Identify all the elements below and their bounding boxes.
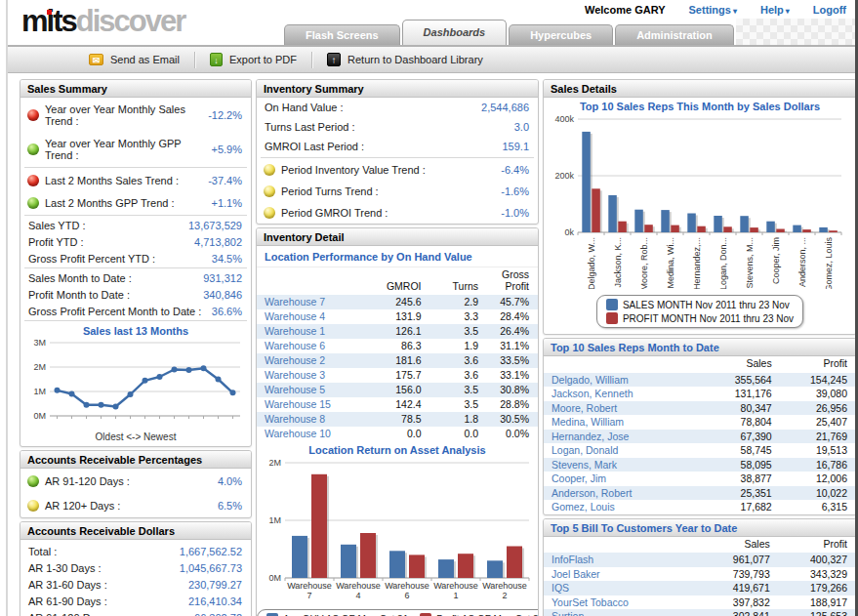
legend-label: SALES MONTH Nov 2011 thru 23 Nov: [623, 300, 790, 310]
top-customers-panel: Top 5 Bill To Customers Year to Date Sal…: [543, 518, 857, 616]
cell-value: 17,682: [705, 500, 780, 514]
trend-value: 4.0%: [218, 475, 242, 487]
cell-value: 28.8%: [487, 397, 538, 412]
trend-label: Last 2 Months GPP Trend :: [45, 197, 212, 209]
roa-legend-wrap: Avg OHV AS OF Mon Oct 31Profit AS OF Mon…: [257, 607, 538, 616]
legend-swatch-icon: [606, 312, 618, 324]
row-link[interactable]: Stevens, Mark: [544, 458, 705, 472]
row-link[interactable]: YourSet Tobacco: [544, 595, 702, 610]
tab-administration[interactable]: Administration: [615, 24, 734, 45]
row-link[interactable]: Anderson, Robert: [544, 486, 705, 501]
stat-label: AR 1-30 Days :: [28, 562, 102, 574]
location-performance-title: Location Performance by On Hand Value: [257, 246, 538, 267]
table-row: Cooper, Jim38,87712,006: [544, 472, 856, 486]
cell-value: 26.4%: [487, 324, 538, 339]
table-row: Gomez, Louis17,6826,315: [544, 500, 856, 514]
row-link[interactable]: Warehouse 15: [257, 397, 358, 412]
svg-text:400k: 400k: [554, 114, 574, 124]
svg-text:0M: 0M: [33, 411, 46, 421]
row-link[interactable]: Warehouse 4: [257, 309, 358, 324]
return-to-dashboard-library-button[interactable]: ↑ Return to Dashboard Library: [312, 47, 498, 72]
svg-text:2: 2: [502, 591, 507, 600]
cell-value: 355,564: [705, 373, 780, 388]
row-link[interactable]: Warehouse 3: [257, 368, 358, 383]
table-row: Medina, William78,80425,407: [544, 415, 856, 430]
row-link[interactable]: InfoFlash: [544, 553, 702, 567]
tab-hypercubes[interactable]: Hypercubes: [509, 24, 613, 45]
row-link[interactable]: Delgado, William: [544, 373, 705, 388]
row-link[interactable]: Warehouse 2: [257, 353, 358, 368]
reps-legend-wrap: SALES MONTH Nov 2011 thru 23 NovPROFIT M…: [544, 293, 856, 334]
trend-row: Period Turns Trend :-1.6%: [257, 181, 538, 202]
cell-value: 961,077: [702, 553, 779, 567]
help-menu[interactable]: Help▾: [760, 4, 790, 16]
location-performance-table: GMROITurnsGross ProfitWarehouse 7245.62.…: [257, 267, 538, 441]
dashboard-content: Sales Summary Year over Year Monthly Sal…: [8, 73, 858, 616]
row-link[interactable]: Warehouse 10: [257, 427, 358, 441]
logoff-link[interactable]: Logoff: [813, 4, 846, 16]
stat-label: Gross Profit Percent YTD :: [28, 253, 155, 265]
row-link[interactable]: Cooper, Jim: [544, 472, 705, 486]
svg-text:200k: 200k: [554, 171, 574, 181]
row-link[interactable]: Hernandez, Jose: [544, 430, 705, 444]
top-customers-title: Top 5 Bill To Customers Year to Date: [544, 519, 856, 537]
cell-value: 3.5: [430, 324, 487, 339]
stat-label: Total :: [28, 546, 57, 557]
cell-value: 419,671: [702, 581, 779, 595]
trend-row: Year over Year Monthly GPP Trend :+5.9%: [20, 132, 251, 166]
row-link[interactable]: Warehouse 6: [257, 339, 358, 353]
cell-value: 131.9: [358, 309, 430, 324]
tab-dashboards[interactable]: Dashboards: [402, 20, 508, 45]
table-row: Logan, Donald58,74519,513: [544, 443, 856, 458]
checker-pattern: [736, 19, 858, 45]
stat-value: 4,713,802: [194, 236, 242, 248]
cell-value: 179,266: [779, 581, 856, 595]
divider: [261, 157, 534, 158]
cell-value: 3.5: [430, 397, 487, 412]
cell-value: 142.4: [358, 397, 430, 412]
row-link[interactable]: Moore, Robert: [544, 401, 705, 416]
row-link[interactable]: Warehouse 7: [257, 295, 358, 309]
svg-text:1: 1: [453, 591, 458, 600]
svg-text:3M: 3M: [33, 338, 46, 348]
row-link[interactable]: Warehouse 1: [257, 324, 358, 339]
svg-text:Cooper, Jim: Cooper, Jim: [771, 237, 781, 284]
stat-label: Sales Month to Date :: [28, 272, 132, 284]
stat-value: 36.6%: [212, 306, 242, 317]
trend-value: -37.4%: [208, 175, 242, 186]
send-as-email-button[interactable]: ✉ Send as Email: [74, 47, 194, 72]
row-link[interactable]: Warehouse 5: [257, 383, 358, 397]
pdf-export-icon: ↓: [210, 53, 223, 66]
stat-value: 216,410.34: [188, 595, 242, 607]
cell-value: 25,351: [705, 486, 780, 501]
svg-text:1M: 1M: [268, 515, 281, 525]
row-link[interactable]: Warehouse 8: [257, 412, 358, 427]
last2mo-trend-group: Last 2 Months Sales Trend :-37.4%Last 2 …: [20, 169, 251, 214]
svg-text:Warehouse: Warehouse: [287, 581, 332, 591]
trend-value: 6.5%: [218, 500, 242, 512]
cell-value: 1.8: [430, 412, 487, 427]
svg-text:7: 7: [306, 591, 311, 600]
row-link[interactable]: Jackson, Kenneth: [544, 387, 705, 401]
row-link[interactable]: Joel Baker: [544, 567, 702, 582]
row-link[interactable]: IQS: [544, 581, 702, 595]
tab-flash-screens[interactable]: Flash Screens: [284, 24, 400, 45]
row-link[interactable]: Surtion: [544, 609, 702, 616]
table-row: Surtion302,841125,653: [544, 609, 856, 616]
export-to-pdf-button[interactable]: ↓ Export to PDF: [195, 47, 311, 72]
stat-value: 13,673,529: [188, 220, 242, 231]
settings-menu[interactable]: Settings▾: [689, 4, 737, 16]
row-link[interactable]: Medina, William: [544, 415, 705, 430]
trend-row: Period Inventory Value Trend :-6.4%: [257, 159, 538, 181]
stat-label: AR 31-60 Days :: [28, 579, 107, 591]
cell-value: 343,329: [779, 567, 856, 582]
table-header-row: SalesProfit: [544, 537, 856, 554]
cell-value: 78,804: [705, 415, 780, 430]
cell-value: 58,745: [705, 443, 780, 458]
svg-text:Medina, Wi...: Medina, Wi...: [666, 237, 675, 289]
stat-value: 230,799.27: [188, 579, 242, 591]
row-link[interactable]: Logan, Donald: [544, 443, 705, 458]
row-link[interactable]: Gomez, Louis: [544, 500, 705, 514]
sales-13mo-chart: 0M1M2M3M: [20, 338, 251, 431]
svg-text:0M: 0M: [268, 573, 281, 583]
